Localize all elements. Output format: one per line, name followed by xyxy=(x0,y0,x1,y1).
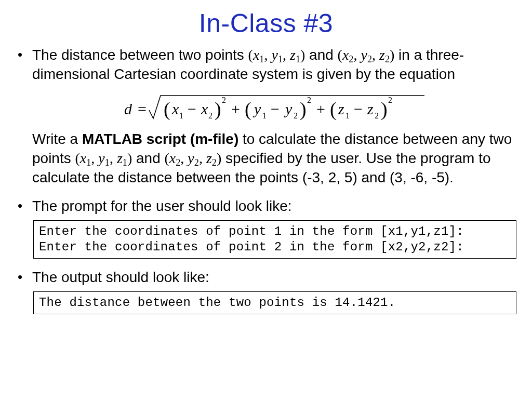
b1b-y1: y xyxy=(98,150,104,166)
eqn-z2: z xyxy=(367,100,374,117)
b1b-z1: z xyxy=(117,150,123,166)
eqn-rp3: ) xyxy=(381,98,388,121)
b1-c4: , xyxy=(372,47,379,63)
eqn-plus1: + xyxy=(231,100,240,117)
b1-x1: x xyxy=(253,47,259,63)
b1-p1-open: ( xyxy=(248,47,253,63)
page-title: In-Class #3 xyxy=(15,8,517,38)
prompt-codebox: Enter the coordinates of point 1 in the … xyxy=(33,220,516,259)
eqn-x2: x xyxy=(201,100,208,117)
eqn-plus2: + xyxy=(316,100,325,117)
b1-z2: z xyxy=(379,47,385,63)
b1b-y2: y xyxy=(188,150,194,166)
eqn-x2s: 2 xyxy=(208,111,212,120)
b3-text: The output should look like: xyxy=(32,269,209,285)
b1b-c3: , xyxy=(180,150,188,166)
eqn-x1s: 1 xyxy=(179,111,183,120)
b1b-y2-sub: 2 xyxy=(194,157,199,167)
b1b-p2-open: ( xyxy=(165,150,169,166)
eqn-min2: − xyxy=(271,100,280,117)
b1b-x2-sub: 2 xyxy=(176,157,180,167)
b1-y2-sub: 2 xyxy=(367,54,372,64)
b1-text-1: The distance between two points xyxy=(32,47,248,63)
b1b-p2-close: ) xyxy=(217,150,221,166)
b1b-z1-sub: 1 xyxy=(123,157,127,167)
eqn-y2: y xyxy=(284,100,292,117)
eqn-y1: y xyxy=(252,100,261,117)
b1b-p1-close: ) xyxy=(127,150,132,166)
b1b-x1: x xyxy=(80,150,86,166)
b1-z1-sub: 1 xyxy=(296,54,300,64)
b1-x2: x xyxy=(342,47,349,63)
b1-bold: MATLAB script (m-file) xyxy=(82,131,238,147)
eqn-z1: z xyxy=(338,100,344,117)
b1b-and: and xyxy=(132,150,164,166)
eqn-rp2: ) xyxy=(300,98,307,121)
b1b-p1-open: ( xyxy=(75,150,80,166)
b1-p2-open: ( xyxy=(338,47,342,63)
eqn-y1s: 1 xyxy=(262,111,267,120)
b1b-y1-sub: 1 xyxy=(105,157,110,167)
eqn-sq2: 2 xyxy=(307,96,311,104)
eqn-sq3: 2 xyxy=(388,96,392,104)
b1-second-para: Write a MATLAB script (m-file) to calcul… xyxy=(32,130,517,188)
b1-z2-sub: 2 xyxy=(385,54,390,64)
b1-and: and xyxy=(305,47,337,63)
eqn-lp1: ( xyxy=(164,98,170,121)
b1b-x1-sub: 1 xyxy=(86,157,91,167)
b1b-z2-sub: 2 xyxy=(212,157,217,167)
eqn-lp2b: ( xyxy=(245,98,251,121)
eqn-y2s: 2 xyxy=(294,111,298,120)
b1b-x2: x xyxy=(169,150,176,166)
eqn-z1s: 1 xyxy=(345,111,350,120)
b1-y1-sub: 1 xyxy=(278,54,283,64)
eqn-rp1: ) xyxy=(215,98,221,121)
eqn-min3: − xyxy=(354,100,363,117)
eqn-lp3: ( xyxy=(330,98,337,121)
b1-p1-close: ) xyxy=(300,47,305,63)
eqn-sq1: 2 xyxy=(222,96,226,104)
eqn-min1: − xyxy=(188,100,196,117)
b1-z1: z xyxy=(290,47,296,63)
b1-y1: y xyxy=(271,47,277,63)
bullet-2: The prompt for the user should look like… xyxy=(32,197,517,259)
bullet-1: The distance between two points (x1, y1,… xyxy=(32,46,517,188)
b1-text-4: Write a xyxy=(32,131,82,147)
b1-p2-close: ) xyxy=(390,47,394,63)
b1b-c1: , xyxy=(91,150,98,166)
b2-text: The prompt for the user should look like… xyxy=(32,198,292,214)
b1-y2: y xyxy=(361,47,367,63)
eqn-eq: = xyxy=(138,100,147,117)
bullet-3: The output should look like: The distanc… xyxy=(32,268,517,314)
b1-c1: , xyxy=(264,47,271,63)
eqn-d: d xyxy=(124,100,132,117)
equation-row: d = ( x 1 − x 2 ) 2 + xyxy=(32,88,517,125)
output-codebox: The distance between the two points is 1… xyxy=(33,291,516,314)
distance-equation: d = ( x 1 − x 2 ) 2 + xyxy=(124,88,425,125)
b1b-c2: , xyxy=(110,150,117,166)
eqn-z2s: 2 xyxy=(375,111,379,120)
eqn-x1: x xyxy=(171,100,179,117)
bullet-list: The distance between two points (x1, y1,… xyxy=(15,46,517,314)
b1b-c4: , xyxy=(199,150,206,166)
b1-c2: , xyxy=(283,47,290,63)
b1-c3: , xyxy=(353,47,361,63)
b1b-z2: z xyxy=(206,150,212,166)
